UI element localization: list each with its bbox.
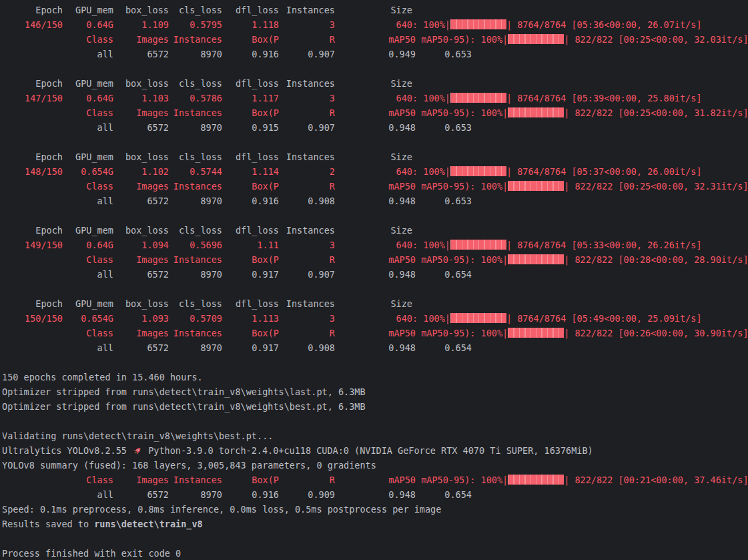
terminal-line	[2, 135, 748, 150]
terminal-line: all657289700.9160.9090.9480.654	[2, 487, 748, 502]
table-cell: box_loss	[113, 223, 169, 238]
table-cell: GPU_mem	[63, 223, 113, 238]
table-cell: GPU_mem	[63, 296, 113, 311]
terminal-line	[2, 61, 748, 76]
terminal-line: ClassImagesInstancesBox(PRmAP50 mAP50-95…	[2, 326, 748, 340]
terminal-line: Optimizer stripped from runs\detect\trai…	[2, 399, 748, 414]
text-run: mAP50-95): 100%|	[416, 107, 508, 118]
table-cell: 0.654	[416, 267, 472, 282]
table-cell: 0.909	[279, 487, 335, 502]
table-cell: 0.907	[279, 120, 335, 135]
table-cell: Box(P	[222, 32, 279, 47]
text-run: | 822/822 [00:25<00:00, 32.03it/s]	[564, 34, 748, 45]
table-cell: box_loss	[113, 296, 169, 311]
table-cell: cls_loss	[169, 76, 222, 91]
terminal-line: all657289700.9170.9080.9480.654	[2, 340, 748, 355]
terminal-line: EpochGPU_membox_losscls_lossdfl_lossInst…	[2, 223, 748, 238]
text-run: | 822/822 [00:25<00:00, 32.31it/s]	[564, 181, 748, 192]
table-cell: Size	[335, 296, 412, 311]
table-cell: Instances	[169, 32, 222, 47]
table-cell: 6572	[113, 487, 169, 502]
table-cell: Class	[2, 179, 113, 194]
table-cell: Size	[335, 3, 412, 17]
table-cell: Instances	[279, 150, 335, 164]
table-cell: 1.11	[222, 238, 279, 252]
table-cell: Size	[335, 223, 412, 238]
table-cell: 640	[335, 91, 412, 105]
table-cell: 3	[279, 17, 335, 32]
terminal-line: 146/1500.64G1.1090.57951.1183640: 100%||…	[2, 17, 748, 32]
terminal-line: 147/1500.64G1.1030.57861.1173640: 100%||…	[2, 91, 748, 105]
terminal-line: ClassImagesInstancesBox(PRmAP50 mAP50-95…	[2, 105, 748, 120]
text-run: | 8764/8764 [05:36<00:00, 26.07it/s]	[506, 19, 702, 30]
table-cell: R	[279, 252, 335, 267]
table-cell: 0.5786	[169, 91, 222, 105]
table-cell: Epoch	[2, 76, 63, 91]
progress-bar	[508, 328, 564, 338]
terminal-line: 150/1500.654G1.0930.57091.1133640: 100%|…	[2, 311, 748, 326]
table-cell: R	[279, 473, 335, 487]
text-run: | 8764/8764 [05:49<00:00, 25.09it/s]	[506, 313, 702, 324]
text-run: : 100%|	[412, 19, 450, 30]
table-cell: mAP50	[335, 105, 416, 120]
table-cell: Size	[335, 76, 412, 91]
results-path: runs\detect\train_v8	[94, 519, 203, 529]
table-cell: 640	[335, 311, 412, 326]
table-cell: 640	[335, 238, 412, 252]
table-cell: mAP50	[335, 32, 416, 47]
table-cell: Instances	[279, 296, 335, 311]
table-cell: R	[279, 105, 335, 120]
table-cell: 8970	[169, 267, 222, 282]
table-cell: 8970	[169, 120, 222, 135]
progress-bar	[450, 19, 506, 29]
table-cell: 0.948	[335, 340, 416, 355]
text-run: mAP50-95): 100%|	[416, 34, 508, 45]
table-cell: 6572	[113, 267, 169, 282]
table-cell: 1.114	[222, 164, 279, 179]
text-run: YOLOv8 summary (fused): 168 layers, 3,00…	[2, 460, 376, 471]
table-cell: Images	[113, 32, 169, 47]
terminal-line: Ultralytics YOLOv8.2.55 Python-3.9.0 tor…	[2, 443, 748, 458]
table-cell: cls_loss	[169, 150, 222, 164]
table-cell: 0.654	[416, 487, 472, 502]
table-cell: Box(P	[222, 179, 279, 194]
text-run: Ultralytics YOLOv8.2.55	[2, 445, 132, 456]
table-cell: 0.916	[222, 47, 279, 61]
table-cell: cls_loss	[169, 3, 222, 17]
table-cell: 0.948	[335, 194, 416, 208]
table-cell: Images	[113, 326, 169, 340]
console-output[interactable]: EpochGPU_membox_losscls_lossdfl_lossInst…	[0, 0, 748, 560]
table-cell: mAP50	[335, 473, 416, 487]
progress-bar	[508, 254, 564, 264]
table-cell: 6572	[113, 47, 169, 61]
progress-bar	[508, 475, 564, 485]
text-run: : 100%|	[412, 166, 450, 177]
text-run: Python-3.9.0 torch-2.4.0+cu118 CUDA:0 (N…	[143, 445, 593, 456]
table-cell: Class	[2, 32, 113, 47]
table-cell: dfl_loss	[222, 3, 279, 17]
table-cell: 0.908	[279, 340, 335, 355]
terminal-line: all657289700.9150.9070.9480.653	[2, 120, 748, 135]
table-cell: 8970	[169, 340, 222, 355]
table-cell: 6572	[113, 340, 169, 355]
progress-bar	[508, 107, 564, 117]
table-cell: 1.102	[113, 164, 169, 179]
text-run: : 100%|	[412, 93, 450, 103]
terminal-line: 150 epochs completed in 15.460 hours.	[2, 370, 748, 384]
table-cell: Class	[2, 252, 113, 267]
table-cell: mAP50	[335, 179, 416, 194]
table-cell: Epoch	[2, 296, 63, 311]
table-cell: 0.948	[335, 487, 416, 502]
table-cell: box_loss	[113, 76, 169, 91]
table-cell: 0.5709	[169, 311, 222, 326]
table-cell: R	[279, 32, 335, 47]
terminal-line: ClassImagesInstancesBox(PRmAP50 mAP50-95…	[2, 32, 748, 47]
table-cell: Images	[113, 252, 169, 267]
table-cell: 0.916	[222, 487, 279, 502]
table-cell: all	[2, 340, 113, 355]
table-cell: all	[2, 194, 113, 208]
table-cell: box_loss	[113, 3, 169, 17]
table-cell: R	[279, 326, 335, 340]
table-cell: 1.118	[222, 17, 279, 32]
terminal-line: EpochGPU_membox_losscls_lossdfl_lossInst…	[2, 3, 748, 17]
